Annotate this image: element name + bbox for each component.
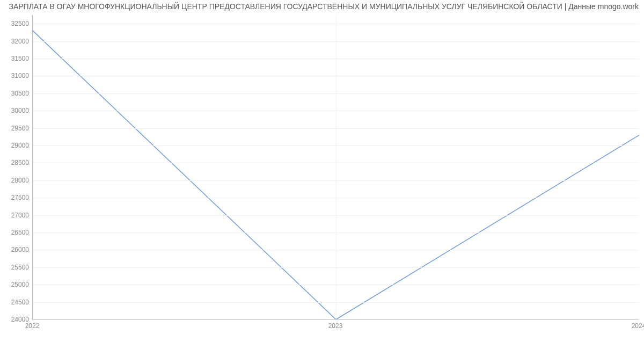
y-tick-label: 32500: [2, 20, 29, 27]
y-tick-label: 32000: [2, 38, 29, 45]
y-tick-label: 25500: [2, 264, 29, 271]
y-tick-label: 26000: [2, 246, 29, 253]
y-tick-label: 26500: [2, 229, 29, 236]
y-tick-label: 31500: [2, 55, 29, 62]
vgrid-line: [336, 15, 336, 319]
plot-area: [32, 15, 639, 319]
chart-title: ЗАРПЛАТА В ОГАУ МНОГОФУНКЦИОНАЛЬНЫЙ ЦЕНТ…: [5, 2, 639, 11]
x-tick-label: 2023: [328, 322, 343, 330]
y-tick-label: 24500: [2, 299, 29, 306]
y-tick-label: 27500: [2, 194, 29, 201]
y-tick-label: 29500: [2, 125, 29, 132]
y-tick-label: 28500: [2, 159, 29, 166]
x-tick-label: 2022: [25, 322, 40, 330]
y-tick-label: 30000: [2, 107, 29, 114]
chart-container: ЗАРПЛАТА В ОГАУ МНОГОФУНКЦИОНАЛЬНЫЙ ЦЕНТ…: [0, 0, 644, 349]
y-tick-label: 27000: [2, 212, 29, 219]
y-tick-label: 31000: [2, 72, 29, 79]
y-tick-label: 25000: [2, 281, 29, 288]
hgrid-line: [33, 319, 639, 320]
x-tick-label: 2024: [632, 322, 644, 330]
y-tick-label: 30500: [2, 90, 29, 97]
y-tick-label: 28000: [2, 177, 29, 184]
y-tick-label: 29000: [2, 142, 29, 149]
